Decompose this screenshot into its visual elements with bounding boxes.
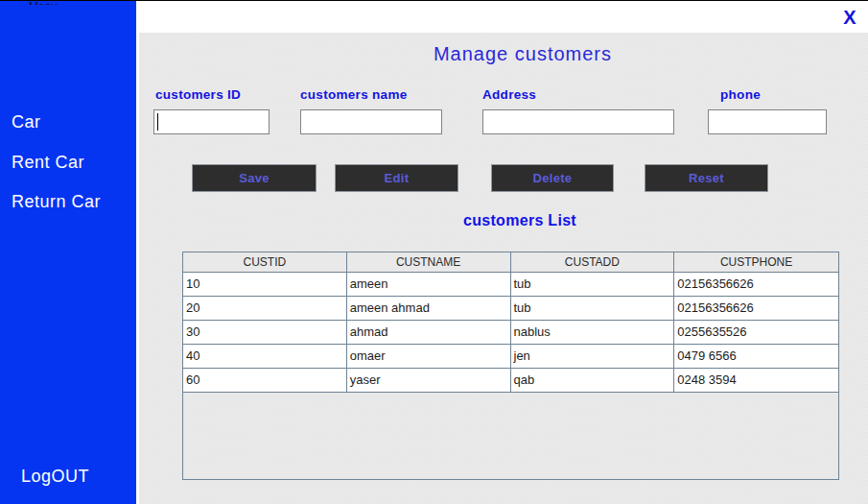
cell-custid: 10 bbox=[183, 273, 347, 297]
column-header-custadd[interactable]: CUSTADD bbox=[511, 252, 675, 273]
cell-custname: ameen ahmad bbox=[347, 297, 511, 321]
sidebar: Menu Car Rent Car Return Car LogOUT bbox=[0, 1, 136, 504]
column-header-custphone[interactable]: CUSTPHONE bbox=[674, 252, 838, 273]
phone-input[interactable] bbox=[708, 109, 827, 134]
menu-clipped-label: Menu bbox=[29, 1, 86, 5]
sidebar-item-car[interactable]: Car bbox=[12, 112, 41, 132]
cell-custadd: nablus bbox=[511, 321, 675, 345]
address-label: Address bbox=[482, 87, 536, 102]
cell-custname: ahmad bbox=[347, 321, 511, 345]
cell-custname: yaser bbox=[347, 369, 511, 393]
table-row[interactable]: 30 ahmad nablus 0255635526 bbox=[183, 321, 838, 345]
edit-button[interactable]: Edit bbox=[335, 164, 458, 192]
cell-custid: 20 bbox=[183, 297, 347, 321]
cell-custphone: 0248 3594 bbox=[674, 369, 838, 393]
delete-button[interactable]: Delete bbox=[491, 164, 614, 192]
table-row[interactable]: 40 omaer jen 0479 6566 bbox=[183, 345, 838, 369]
customers-table: CUSTID CUSTNAME CUSTADD CUSTPHONE 10 ame… bbox=[182, 252, 839, 480]
address-input[interactable] bbox=[482, 109, 674, 134]
customers-id-input[interactable] bbox=[153, 109, 270, 134]
save-button[interactable]: Save bbox=[192, 164, 317, 192]
cell-custadd: tub bbox=[511, 273, 675, 297]
sidebar-item-logout[interactable]: LogOUT bbox=[21, 467, 89, 487]
cell-custid: 40 bbox=[183, 345, 347, 369]
cell-custphone: 02156356626 bbox=[674, 297, 838, 321]
close-button[interactable]: X bbox=[837, 5, 862, 28]
table-row[interactable]: 20 ameen ahmad tub 02156356626 bbox=[183, 297, 838, 321]
cell-custadd: qab bbox=[511, 369, 675, 393]
cell-custphone: 0255635526 bbox=[674, 321, 838, 345]
title-bar: X bbox=[136, 1, 868, 33]
cell-custadd: jen bbox=[511, 345, 675, 369]
customers-list-title: customers List bbox=[136, 212, 868, 229]
cell-custname: omaer bbox=[347, 345, 511, 369]
column-header-custid[interactable]: CUSTID bbox=[183, 252, 347, 273]
sidebar-item-return-car[interactable]: Return Car bbox=[12, 192, 101, 212]
cell-custphone: 0479 6566 bbox=[674, 345, 838, 369]
sidebar-item-rent-car[interactable]: Rent Car bbox=[12, 153, 84, 173]
cell-custname: ameen bbox=[347, 273, 511, 297]
cell-custphone: 02156356626 bbox=[674, 273, 838, 297]
cell-custadd: tub bbox=[511, 297, 675, 321]
customers-name-label: customers name bbox=[300, 87, 408, 102]
app-window: X Menu Car Rent Car Return Car LogOUT Ma… bbox=[0, 0, 868, 504]
table-row[interactable]: 10 ameen tub 02156356626 bbox=[183, 273, 838, 297]
table-header-row: CUSTID CUSTNAME CUSTADD CUSTPHONE bbox=[183, 252, 838, 273]
reset-button[interactable]: Reset bbox=[645, 164, 768, 192]
column-header-custname[interactable]: CUSTNAME bbox=[347, 252, 511, 273]
text-caret bbox=[157, 113, 158, 131]
cell-custid: 30 bbox=[183, 321, 347, 345]
page-title: Manage customers bbox=[136, 43, 868, 65]
customers-id-label: customers ID bbox=[155, 87, 241, 102]
customers-name-input[interactable] bbox=[300, 109, 442, 134]
phone-label: phone bbox=[720, 87, 761, 102]
table-row[interactable]: 60 yaser qab 0248 3594 bbox=[183, 369, 838, 393]
cell-custid: 60 bbox=[183, 369, 347, 393]
